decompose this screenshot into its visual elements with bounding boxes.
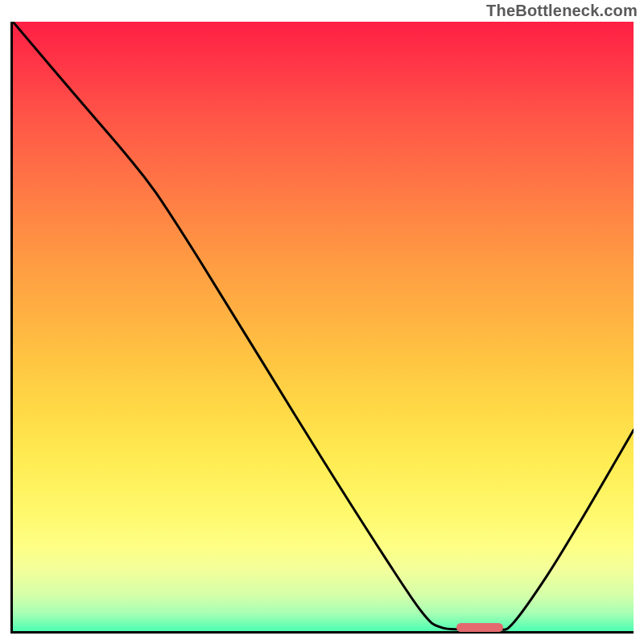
optimal-range-marker — [456, 623, 503, 632]
plot-area — [10, 22, 634, 634]
watermark-text: TheBottleneck.com — [486, 2, 638, 20]
gradient-background — [13, 22, 634, 631]
